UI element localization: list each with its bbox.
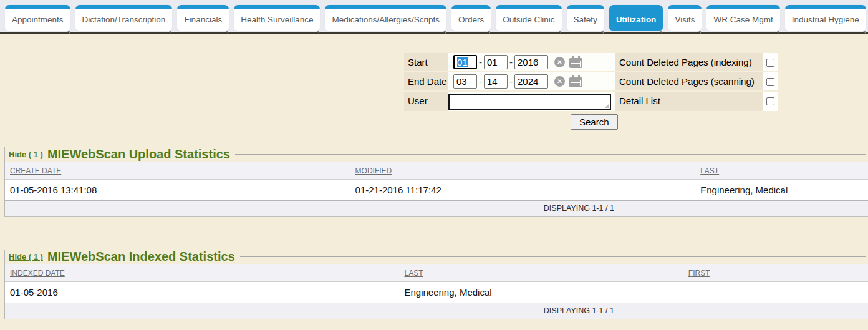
indexed-date-cell: 01-05-2016 [5,282,399,303]
detail-list-label: Detail List [615,92,763,111]
tab-appointments[interactable]: Appointments [5,5,70,31]
tab-utilization[interactable]: Utilization [609,5,663,31]
clear-end-date-icon[interactable]: ✕ [554,76,565,87]
end-date-day-input[interactable]: 14 [484,74,508,89]
table-row: 01-05-2016 13:41:08 01-21-2016 11:17:42 … [5,180,868,201]
user-row: User Detail List [404,92,778,111]
indexed-statistics-title: MIEWebScan Indexed Statistics [47,250,235,264]
search-button[interactable]: Search [571,114,618,130]
column-header-first[interactable]: FIRST [683,264,868,282]
end-date-calendar-icon[interactable] [569,77,582,87]
end-date-row: End Date 03 - 14 - 2024 ✕ Count Deleted … [404,72,778,92]
checkbox-cell [763,92,778,111]
start-date-year-input[interactable]: 2016 [514,55,548,69]
month-value: 03 [456,76,467,87]
table-footer-row: DISPLAYING 1-1 / 1 [5,303,868,319]
year-value: 2024 [518,76,538,87]
legend-rule [235,154,866,155]
column-header-indexed-date[interactable]: INDEXED DATE [5,264,399,282]
table-header-row: INDEXED DATE LAST FIRST [5,264,868,282]
table-header-row: CREATE DATE MODIFIED LAST [5,162,868,180]
tab-visits[interactable]: Visits [668,5,702,31]
end-date-inputs: 03 - 14 - 2024 ✕ [448,72,615,90]
start-date-inputs: 01 - 01 - 2016 ✕ [448,53,615,71]
count-deleted-scanning-checkbox[interactable] [766,78,774,86]
date-separator: - [479,76,482,87]
start-date-row: Start Date 01 - 01 - 2016 ✕ Count Delete… [404,53,778,72]
user-label: User [404,92,448,111]
date-separator: - [479,57,482,67]
detail-list-checkbox[interactable] [766,97,774,105]
checkbox-cell [763,72,778,90]
count-deleted-indexing-checkbox[interactable] [766,59,774,67]
end-date-month-input[interactable]: 03 [453,74,477,89]
column-header-modified[interactable]: MODIFIED [350,162,696,180]
column-header-last[interactable]: LAST [399,264,683,282]
tab-dictation-transcription[interactable]: Dictation/Transcription [75,5,173,31]
column-header-create-date[interactable]: CREATE DATE [5,162,350,180]
upload-statistics-section: Hide ( 1 ) MIEWebScan Upload Statistics … [4,147,868,217]
tab-health-surveillance[interactable]: Health Surveillance [234,5,320,31]
legend-rule [240,256,866,257]
clear-start-date-icon[interactable]: ✕ [554,57,565,67]
hide-indexed-link[interactable]: Hide ( 1 ) [9,252,43,261]
indexed-statistics-header: Hide ( 1 ) MIEWebScan Indexed Statistics [5,250,868,264]
count-deleted-scanning-label: Count Deleted Pages (scanning) [615,72,763,90]
table-row: 01-05-2016 Engineering, Medical [5,282,868,303]
create-date-cell: 01-05-2016 13:41:08 [5,180,350,201]
column-header-last[interactable]: LAST [695,162,868,180]
count-deleted-indexing-label: Count Deleted Pages (indexing) [615,53,763,71]
end-date-label: End Date [404,72,448,90]
year-value: 2016 [518,57,538,67]
tab-safety[interactable]: Safety [567,5,604,31]
displaying-count: DISPLAYING 1-1 / 1 [5,303,868,319]
upload-statistics-header: Hide ( 1 ) MIEWebScan Upload Statistics [5,147,868,162]
start-date-day-input[interactable]: 01 [484,55,508,69]
tab-financials[interactable]: Financials [177,5,229,31]
checkbox-cell [763,53,778,71]
date-separator: - [509,57,513,67]
first-cell [683,282,868,303]
tab-medications-allergies-scripts[interactable]: Medications/Allergies/Scripts [325,5,446,31]
date-separator: - [509,76,513,87]
table-footer-row: DISPLAYING 1-1 / 1 [5,201,868,217]
last-cell: Engineering, Medical [695,180,868,201]
user-input[interactable] [448,94,611,110]
user-input-cell [448,92,615,111]
day-value: 14 [487,76,498,87]
start-date-label: Start Date [404,53,448,71]
last-cell: Engineering, Medical [399,282,683,303]
start-date-calendar-icon[interactable] [569,58,582,68]
selected-text: 01 [457,57,468,67]
end-date-year-input[interactable]: 2024 [514,74,548,89]
hide-upload-link[interactable]: Hide ( 1 ) [9,150,43,159]
utilization-search-form: Start Date 01 - 01 - 2016 ✕ Count Delete… [404,53,778,111]
tab-orders[interactable]: Orders [451,5,491,31]
indexed-statistics-section: Hide ( 1 ) MIEWebScan Indexed Statistics… [4,250,868,319]
displaying-count: DISPLAYING 1-1 / 1 [5,201,868,217]
day-value: 01 [487,57,498,67]
modified-cell: 01-21-2016 11:17:42 [350,180,696,201]
tab-wr-case-mgmt[interactable]: WR Case Mgmt [706,5,779,31]
indexed-statistics-table: INDEXED DATE LAST FIRST 01-05-2016 Engin… [5,264,868,319]
upload-statistics-title: MIEWebScan Upload Statistics [47,147,230,162]
tab-industrial-hygiene[interactable]: Industrial Hygiene [785,5,866,31]
start-date-month-input[interactable]: 01 [453,55,477,69]
upload-statistics-table: CREATE DATE MODIFIED LAST 01-05-2016 13:… [5,162,868,217]
tab-outside-clinic[interactable]: Outside Clinic [496,5,561,31]
module-tab-bar: Appointments Dictation/Transcription Fin… [0,0,868,34]
search-button-row: Search [404,114,778,130]
